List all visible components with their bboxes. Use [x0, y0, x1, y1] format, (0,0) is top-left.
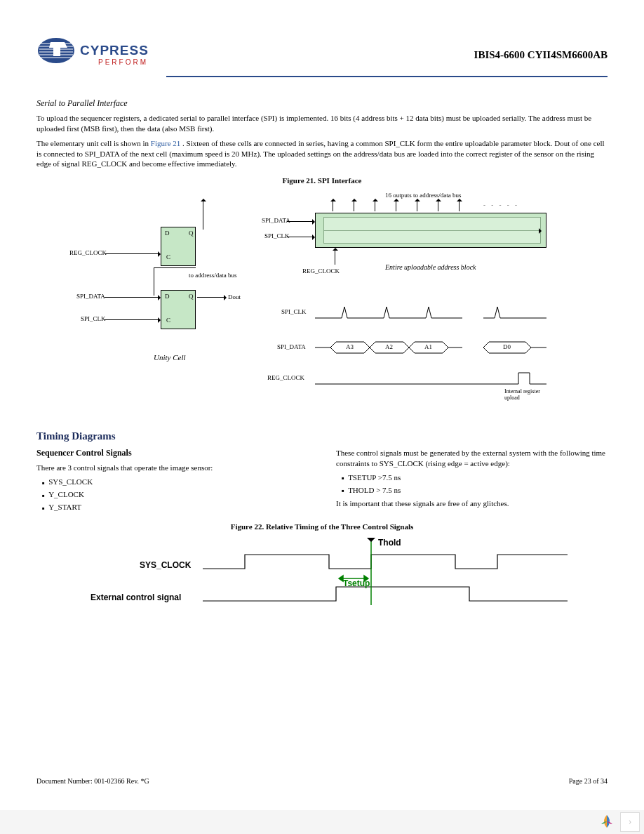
- brand-logo: CYPRESS PERFORM: [36, 35, 163, 72]
- intro-text: There are 3 control signals that operate…: [36, 463, 308, 473]
- app-icon[interactable]: [598, 812, 616, 832]
- doc-number: Document Number: 001-02366 Rev. *G: [36, 777, 149, 785]
- next-page-button[interactable]: ›: [620, 812, 640, 832]
- list-item: Y_START: [42, 503, 308, 511]
- right-intro: These control signals must be generated …: [336, 448, 608, 469]
- svg-text:PERFORM: PERFORM: [98, 58, 148, 66]
- right-note: It is important that these signals are f…: [336, 498, 608, 509]
- figure21: D Q C D Q C REG_CLOCK SPI_DATA SPI_CLK D…: [55, 192, 589, 416]
- page-footer: Document Number: 001-02366 Rev. *G Page …: [36, 777, 608, 785]
- subheading: Sequencer Control Signals: [36, 448, 308, 458]
- list-item: Y_CLOCK: [42, 490, 308, 498]
- two-column: Sequencer Control Signals There are 3 co…: [36, 448, 608, 515]
- viewer-toolbar: ›: [0, 810, 644, 834]
- list-item: SYS_CLOCK: [42, 477, 308, 486]
- page-number: Page 23 of 34: [569, 777, 608, 785]
- header-rule: [166, 76, 608, 77]
- signals-list: SYS_CLOCK Y_CLOCK Y_START: [36, 477, 308, 511]
- figure22-caption: Figure 22. Relative Timing of the Three …: [36, 522, 608, 531]
- list-item: THOLD > 7.5 ns: [342, 486, 608, 494]
- doc-title: IBIS4-6600 CYII4SM6600AB: [474, 49, 608, 61]
- figure21-caption: Figure 21. SPI Interface: [36, 176, 608, 185]
- section-title: Serial to Parallel Interface: [36, 98, 608, 109]
- figure22: SYS_CLOCK External control signal Thold …: [76, 538, 568, 615]
- figure-link[interactable]: Figure 21: [151, 139, 180, 147]
- header: CYPRESS PERFORM IBIS4-6600 CYII4SM6600AB: [36, 35, 608, 77]
- svg-text:CYPRESS: CYPRESS: [80, 43, 149, 58]
- timing-heading: Timing Diagrams: [36, 430, 608, 442]
- para-1: To upload the sequencer registers, a ded…: [36, 113, 608, 134]
- list-item: TSETUP >7.5 ns: [342, 473, 608, 482]
- constraints-list: TSETUP >7.5 ns THOLD > 7.5 ns: [336, 473, 608, 494]
- para-2: The elementary unit cell is shown in Fig…: [36, 138, 608, 170]
